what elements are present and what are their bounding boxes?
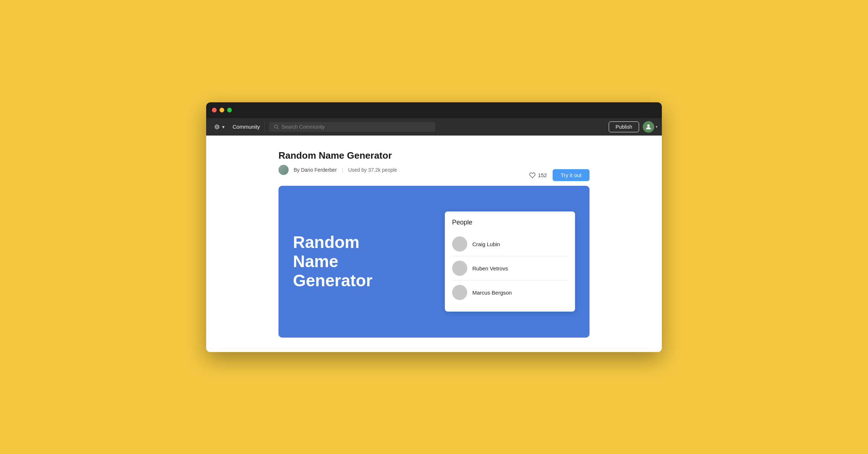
search-input[interactable]	[282, 124, 431, 130]
avatar-chevron[interactable]: ▾	[656, 125, 658, 129]
usage-count: Used by 37.2k people	[348, 167, 397, 173]
title-bar	[206, 102, 662, 118]
svg-point-7	[647, 124, 650, 127]
like-number: 152	[538, 172, 547, 178]
person-row: Ruben Vetrovs	[452, 256, 568, 280]
search-icon	[273, 124, 279, 129]
publish-button[interactable]: Publish	[609, 121, 639, 132]
globe-chevron: ▾	[222, 124, 225, 130]
author-avatar	[278, 165, 289, 175]
user-avatar[interactable]	[643, 121, 654, 133]
person-avatar-3	[452, 285, 467, 300]
person-row: Craig Lubin	[452, 232, 568, 256]
browser-window: ▾ Community Publish ▾ Random Name Genera…	[206, 102, 662, 352]
app-meta-row: By Dario Ferderber | Used by 37.2k peopl…	[278, 165, 590, 186]
preview-card-title: People	[452, 219, 568, 226]
person-name-3: Marcus Bergson	[472, 290, 512, 296]
person-avatar-2	[452, 261, 467, 276]
preview-card: People Craig Lubin Ruben Vetrovs Marcus …	[445, 211, 575, 312]
preview-title-line1: Random	[293, 233, 430, 252]
try-out-button[interactable]: Try it out	[553, 169, 590, 181]
nav-bar: ▾ Community Publish ▾	[206, 118, 662, 136]
svg-point-5	[274, 125, 277, 128]
svg-line-6	[277, 128, 278, 129]
person-avatar-1	[452, 236, 467, 252]
person-name-2: Ruben Vetrovs	[472, 265, 508, 271]
app-actions: 152 Try it out	[529, 169, 590, 181]
main-content: Random Name Generator By Dario Ferderber…	[206, 136, 662, 352]
user-icon	[645, 123, 652, 130]
like-count[interactable]: 152	[529, 172, 547, 179]
heart-icon	[529, 172, 536, 179]
preview-area: Random Name Generator People Craig Lubin…	[278, 186, 590, 338]
maximize-button[interactable]	[227, 108, 232, 112]
community-label: Community	[228, 121, 265, 132]
person-name-1: Craig Lubin	[472, 241, 500, 247]
minimize-button[interactable]	[220, 108, 224, 112]
globe-icon	[214, 124, 220, 130]
meta-divider: |	[342, 167, 343, 173]
person-row: Marcus Bergson	[452, 280, 568, 304]
preview-title-line2: Name	[293, 252, 430, 271]
app-meta: By Dario Ferderber | Used by 37.2k peopl…	[278, 165, 397, 175]
preview-title-line3: Generator	[293, 271, 430, 290]
globe-button[interactable]: ▾	[210, 122, 228, 132]
preview-title-block: Random Name Generator	[293, 233, 430, 290]
search-bar[interactable]	[269, 122, 435, 132]
author-name: By Dario Ferderber	[294, 167, 337, 173]
app-title: Random Name Generator	[278, 150, 590, 161]
close-button[interactable]	[212, 108, 217, 112]
preview-big-title: Random Name Generator	[293, 233, 430, 290]
